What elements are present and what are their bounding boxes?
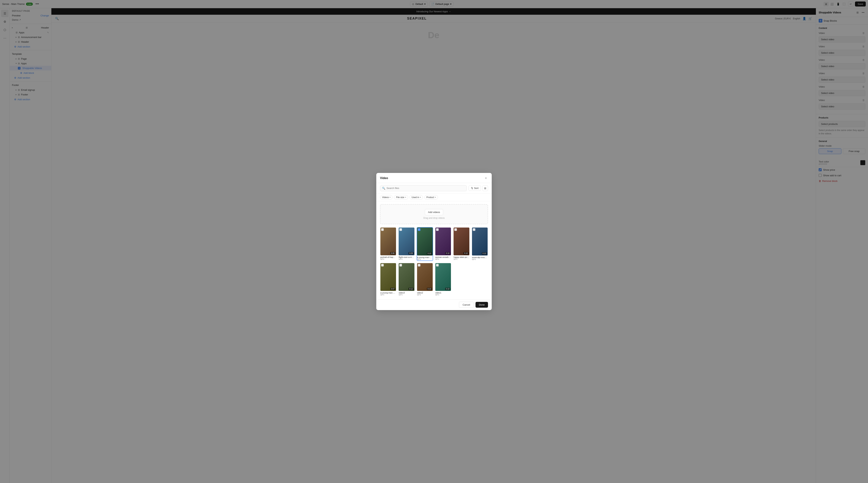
filter-videos[interactable]: Videos ▾ [380,195,393,200]
thumb-label-2: flight-over-a-moun... [399,256,414,258]
thumb-image-1: 0:06 [380,228,396,255]
thumb-checkbox-2 [399,228,402,231]
filter-videos-label: Videos [382,196,389,199]
grid-toggle-button[interactable]: ⊞ [483,186,488,191]
modal-filters: Videos ▾ File size ▾ Used in ▾ Product ▾ [376,194,492,201]
thumb-type-2: MP4 [399,258,414,260]
video-thumb-7[interactable]: 0:07 a-young-man-sno... MP4 [380,263,396,296]
thumb-image-4: 0:10 [435,228,451,255]
video-thumb-6[interactable]: 0:10 snow-alp-mountain... MP4 [472,227,488,261]
thumb-duration-7: 0:07 [390,288,395,290]
upload-area: Add videos Drag and drop videos [380,204,488,224]
thumb-duration-9: 0:10 [427,288,432,290]
filter-product-caret: ▾ [435,196,436,198]
thumb-image-10: 0:10 [435,263,451,291]
video-thumb-5[interactable]: 0:10 happy-skier-portrai... MP4 [453,227,470,261]
thumb-checkbox-6 [473,228,475,231]
thumb-label-7: a-young-man-sno... [380,292,396,294]
sort-button[interactable]: ⇅ Sort [469,186,481,191]
thumb-duration-3: 0:10 [427,252,432,255]
thumb-image-6: 0:10 [472,228,488,255]
search-box: 🔍 [380,185,467,191]
thumb-checkbox-8 [399,264,402,266]
filter-file-size[interactable]: File size ▾ [394,195,408,200]
sort-label: Sort [474,187,478,190]
thumb-label-3: a-young-man-sno... [417,256,433,258]
thumb-label-10: video1 [435,292,451,294]
thumb-type-3: MP4 [417,258,433,260]
modal-footer: Cancel Done [376,299,492,310]
thumb-type-5: MP4 [454,258,469,260]
modal-toolbar: 🔍 ⇅ Sort ⊞ [376,183,492,194]
thumb-image-3: ✓ 0:10 [417,228,433,255]
thumb-label-5: happy-skier-portrai... [454,256,469,258]
video-thumb-1[interactable]: 0:06 portrait-of-happy-f... MP4 [380,227,396,261]
sort-icon: ⇅ [471,187,473,190]
filter-used-in[interactable]: Used in ▾ [410,195,423,200]
filter-file-size-caret: ▾ [405,196,406,198]
video-thumb-9[interactable]: 0:10 video2 MP4 [417,263,433,296]
thumb-duration-10: 0:10 [445,288,450,290]
modal-title: Video [380,176,388,180]
video-grid: 0:06 portrait-of-happy-f... MP4 0:09 fli… [376,227,492,300]
thumb-type-9: MP4 [417,294,433,296]
thumb-type-8: MP4 [399,294,414,296]
thumb-label-6: snow-alp-mountain... [472,256,488,258]
toolbar-right: ⇅ Sort ⊞ [469,186,488,191]
modal-header: Video × [376,173,492,183]
thumb-type-6: MP4 [472,258,488,260]
thumb-type-4: MP4 [435,258,451,260]
done-button[interactable]: Done [475,302,488,308]
video-thumb-10[interactable]: 0:10 video1 MP4 [435,263,451,296]
thumb-checkbox-9 [418,264,421,266]
thumb-image-8: 0:12 [399,263,414,291]
search-input[interactable] [386,187,465,190]
thumb-label-8: video3 [399,292,414,294]
filter-product[interactable]: Product ▾ [424,195,438,200]
thumb-checkbox-4 [436,228,439,231]
upload-hint: Drag and drop videos [385,217,483,219]
thumb-label-1: portrait-of-happy-f... [380,256,396,258]
filter-videos-caret: ▾ [390,196,391,198]
thumb-image-7: 0:07 [380,263,396,291]
thumb-type-10: MP4 [435,294,451,296]
thumb-duration-2: 0:09 [408,252,413,255]
filter-product-label: Product [426,196,434,199]
thumb-label-9: video2 [417,292,433,294]
thumb-duration-5: 0:10 [463,252,468,255]
thumb-duration-6: 0:10 [482,252,487,255]
thumb-checkbox-10 [436,264,439,266]
thumb-checkbox-5 [454,228,457,231]
thumb-label-4: woman-snowboardi... [435,256,451,258]
thumb-type-7: MP4 [380,294,396,296]
thumb-duration-8: 0:12 [408,288,413,290]
video-thumb-2[interactable]: 0:09 flight-over-a-moun... MP4 [398,227,415,261]
thumb-type-1: MP4 [380,258,396,260]
thumb-duration-1: 0:06 [390,252,395,255]
cancel-button[interactable]: Cancel [459,302,473,308]
search-icon: 🔍 [382,187,385,190]
filter-file-size-label: File size [396,196,404,199]
thumb-checkbox-3: ✓ [418,228,421,231]
filter-used-in-caret: ▾ [420,196,421,198]
video-modal: Video × 🔍 ⇅ Sort ⊞ Videos ▾ [376,173,492,310]
upload-button[interactable]: Add videos [425,209,443,215]
filter-used-in-label: Used in [412,196,419,199]
thumb-image-9: 0:10 [417,263,433,291]
thumb-checkbox-7 [381,264,384,266]
thumb-duration-4: 0:10 [445,252,450,255]
thumb-image-5: 0:10 [454,228,469,255]
thumb-checkbox-1 [381,228,384,231]
video-thumb-8[interactable]: 0:12 video3 MP4 [398,263,415,296]
modal-close-button[interactable]: × [484,176,488,180]
thumb-image-2: 0:09 [399,228,414,255]
video-thumb-3[interactable]: ✓ 0:10 a-young-man-sno... MP4 [417,227,433,261]
video-thumb-4[interactable]: 0:10 woman-snowboardi... MP4 [435,227,451,261]
modal-overlay[interactable]: Video × 🔍 ⇅ Sort ⊞ Videos ▾ [0,0,868,483]
